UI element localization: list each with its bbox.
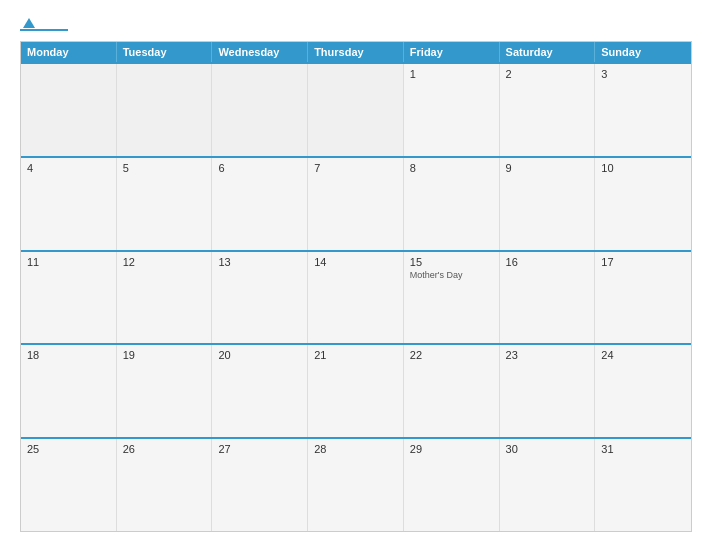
day-number: 29 xyxy=(410,443,493,455)
day-number: 4 xyxy=(27,162,110,174)
header-day-saturday: Saturday xyxy=(500,42,596,62)
day-number: 7 xyxy=(314,162,397,174)
calendar-cell: 31 xyxy=(595,439,691,531)
calendar-cell: 21 xyxy=(308,345,404,437)
day-number: 30 xyxy=(506,443,589,455)
calendar-week-3: 1112131415Mother's Day1617 xyxy=(21,250,691,344)
calendar-cell: 8 xyxy=(404,158,500,250)
calendar-header-row: MondayTuesdayWednesdayThursdayFridaySatu… xyxy=(21,42,691,62)
day-number: 2 xyxy=(506,68,589,80)
calendar-cell: 11 xyxy=(21,252,117,344)
calendar-cell: 17 xyxy=(595,252,691,344)
day-number: 12 xyxy=(123,256,206,268)
logo-line xyxy=(20,29,68,31)
calendar-cell xyxy=(21,64,117,156)
calendar-week-5: 25262728293031 xyxy=(21,437,691,531)
calendar-cell: 24 xyxy=(595,345,691,437)
day-number: 11 xyxy=(27,256,110,268)
calendar-week-4: 18192021222324 xyxy=(21,343,691,437)
calendar-cell xyxy=(212,64,308,156)
day-number: 5 xyxy=(123,162,206,174)
header-day-tuesday: Tuesday xyxy=(117,42,213,62)
day-number: 3 xyxy=(601,68,685,80)
calendar-cell: 15Mother's Day xyxy=(404,252,500,344)
page: MondayTuesdayWednesdayThursdayFridaySatu… xyxy=(0,0,712,550)
day-number: 14 xyxy=(314,256,397,268)
calendar-cell: 2 xyxy=(500,64,596,156)
calendar-week-1: 123 xyxy=(21,62,691,156)
calendar-cell: 16 xyxy=(500,252,596,344)
calendar-cell xyxy=(308,64,404,156)
calendar-cell: 28 xyxy=(308,439,404,531)
calendar-cell: 10 xyxy=(595,158,691,250)
day-number: 27 xyxy=(218,443,301,455)
day-number: 8 xyxy=(410,162,493,174)
day-number: 10 xyxy=(601,162,685,174)
calendar-header xyxy=(20,18,692,31)
logo xyxy=(20,18,68,31)
day-number: 20 xyxy=(218,349,301,361)
header-day-wednesday: Wednesday xyxy=(212,42,308,62)
calendar-cell: 1 xyxy=(404,64,500,156)
calendar-week-2: 45678910 xyxy=(21,156,691,250)
logo-triangle-icon xyxy=(23,18,35,28)
calendar-cell: 30 xyxy=(500,439,596,531)
day-number: 9 xyxy=(506,162,589,174)
day-number: 22 xyxy=(410,349,493,361)
calendar-cell: 6 xyxy=(212,158,308,250)
day-number: 6 xyxy=(218,162,301,174)
calendar-cell: 9 xyxy=(500,158,596,250)
calendar-cell: 27 xyxy=(212,439,308,531)
header-day-sunday: Sunday xyxy=(595,42,691,62)
calendar-cell: 13 xyxy=(212,252,308,344)
header-day-monday: Monday xyxy=(21,42,117,62)
day-number: 31 xyxy=(601,443,685,455)
holiday-label: Mother's Day xyxy=(410,270,493,281)
day-number: 1 xyxy=(410,68,493,80)
day-number: 28 xyxy=(314,443,397,455)
day-number: 18 xyxy=(27,349,110,361)
calendar-cell: 29 xyxy=(404,439,500,531)
day-number: 13 xyxy=(218,256,301,268)
calendar-cell: 7 xyxy=(308,158,404,250)
calendar-cell xyxy=(117,64,213,156)
calendar-grid: MondayTuesdayWednesdayThursdayFridaySatu… xyxy=(20,41,692,532)
day-number: 19 xyxy=(123,349,206,361)
calendar-cell: 3 xyxy=(595,64,691,156)
calendar-body: 123456789101112131415Mother's Day1617181… xyxy=(21,62,691,531)
calendar-cell: 19 xyxy=(117,345,213,437)
day-number: 21 xyxy=(314,349,397,361)
calendar-cell: 14 xyxy=(308,252,404,344)
day-number: 23 xyxy=(506,349,589,361)
calendar-cell: 25 xyxy=(21,439,117,531)
day-number: 17 xyxy=(601,256,685,268)
day-number: 24 xyxy=(601,349,685,361)
calendar-cell: 26 xyxy=(117,439,213,531)
day-number: 16 xyxy=(506,256,589,268)
header-day-friday: Friday xyxy=(404,42,500,62)
day-number: 15 xyxy=(410,256,493,268)
calendar-cell: 22 xyxy=(404,345,500,437)
day-number: 25 xyxy=(27,443,110,455)
calendar-cell: 23 xyxy=(500,345,596,437)
calendar-cell: 4 xyxy=(21,158,117,250)
calendar-cell: 20 xyxy=(212,345,308,437)
calendar-cell: 5 xyxy=(117,158,213,250)
header-day-thursday: Thursday xyxy=(308,42,404,62)
day-number: 26 xyxy=(123,443,206,455)
calendar-cell: 12 xyxy=(117,252,213,344)
calendar-cell: 18 xyxy=(21,345,117,437)
